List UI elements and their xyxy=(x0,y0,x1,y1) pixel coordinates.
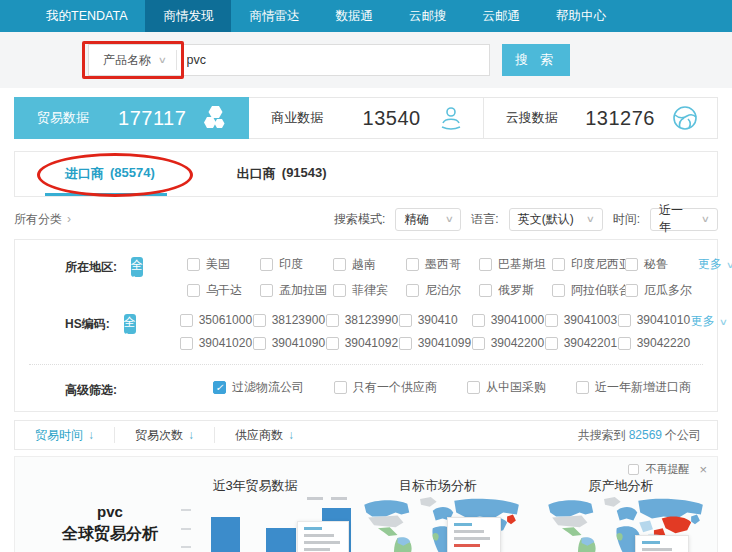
checkbox-option[interactable]: 39041092 xyxy=(326,336,399,350)
checkbox-icon xyxy=(333,284,346,297)
sort-label: 贸易时间 xyxy=(35,421,83,449)
checkbox-icon xyxy=(472,314,485,327)
analysis-product: pvc xyxy=(43,503,177,520)
sort-down-icon: ↓ xyxy=(288,421,294,449)
advanced-label: 高级筛选: xyxy=(65,379,117,399)
sort-label: 供应商数 xyxy=(235,421,283,449)
search-button[interactable]: 搜 索 xyxy=(502,44,570,76)
hs-more-link[interactable]: 更多 ∨ xyxy=(691,313,732,330)
checkbox-option-new-importers[interactable]: 近一年新增进口商 xyxy=(576,379,691,396)
tab-importers[interactable]: 进口商 (85574) xyxy=(65,165,155,183)
close-icon[interactable]: × xyxy=(699,462,707,477)
checkbox-option[interactable]: 越南 xyxy=(333,256,406,273)
region-more-link[interactable]: 更多 ∨ xyxy=(698,256,732,273)
sort-by-trade-count[interactable]: 贸易次数 ↓ xyxy=(115,421,214,449)
checkbox-option[interactable]: 39041020 xyxy=(180,336,253,350)
option-label: 38123990 xyxy=(345,313,398,327)
nav-item-business-radar[interactable]: 商情雷达 xyxy=(231,0,317,32)
checkbox-option[interactable]: 乌干达 xyxy=(187,282,260,299)
checkbox-option[interactable]: 印度尼西亚 xyxy=(552,256,625,273)
checkbox-checked-icon: ✓ xyxy=(213,381,226,394)
checkbox-option[interactable]: 38123900 xyxy=(253,313,326,327)
checkbox-icon xyxy=(399,314,412,327)
search-mode-select[interactable]: 精确 ∨ xyxy=(395,208,461,231)
map-region-west-africa xyxy=(617,533,623,540)
nav-item-business-discovery[interactable]: 商情发现 xyxy=(145,0,231,32)
chart-tooltip xyxy=(297,521,349,552)
checkbox-option[interactable]: 阿拉伯联合... xyxy=(552,282,625,299)
checkbox-option[interactable]: 39041000 xyxy=(472,313,545,327)
checkbox-option[interactable]: 厄瓜多尔 xyxy=(625,282,698,299)
hs-all-button[interactable]: 全部 xyxy=(124,314,136,334)
option-label: 39042201 xyxy=(564,336,617,350)
checkbox-option[interactable]: 39041090 xyxy=(253,336,326,350)
checkbox-option[interactable]: 35061000 xyxy=(180,313,253,327)
option-label: 厄瓜多尔 xyxy=(644,282,692,299)
nav-item-cloud-mail-search[interactable]: 云邮搜 xyxy=(391,0,465,32)
option-label: 39041090 xyxy=(272,336,325,350)
checkbox-icon xyxy=(545,337,558,350)
checkbox-option-filter-logistics[interactable]: ✓ 过滤物流公司 xyxy=(213,379,304,396)
checkbox-option[interactable]: 印度 xyxy=(260,256,333,273)
dismiss-checkbox[interactable] xyxy=(628,464,639,475)
tab-count: (91543) xyxy=(282,165,327,183)
chevron-down-icon: ∨ xyxy=(718,317,727,327)
tab-exporters[interactable]: 出口商 (91543) xyxy=(237,165,327,183)
time-select[interactable]: 近一年 ∨ xyxy=(650,208,718,231)
checkbox-option[interactable]: 尼泊尔 xyxy=(406,282,479,299)
option-label: 390410 xyxy=(418,313,458,327)
stat-business-data[interactable]: 商业数据 13540 xyxy=(249,97,483,139)
checkbox-icon xyxy=(253,314,266,327)
checkbox-option[interactable]: 39041099 xyxy=(399,336,472,350)
checkbox-option[interactable]: 38123990 xyxy=(326,313,399,327)
stat-trade-data[interactable]: 贸易数据 177117 xyxy=(14,97,249,139)
checkbox-icon xyxy=(399,337,412,350)
checkbox-option[interactable]: 39042201 xyxy=(545,336,618,350)
checkbox-icon xyxy=(625,258,638,271)
nav-item-cloud-mail-pass[interactable]: 云邮通 xyxy=(464,0,538,32)
checkbox-option[interactable]: 39041010 xyxy=(618,313,691,327)
checkbox-option-single-supplier[interactable]: 只有一个供应商 xyxy=(334,379,437,396)
origin-map xyxy=(539,495,717,552)
checkbox-option[interactable]: 菲律宾 xyxy=(333,282,406,299)
checkbox-option[interactable]: 秘鲁 xyxy=(625,256,698,273)
checkbox-option[interactable]: 墨西哥 xyxy=(406,256,479,273)
all-categories-link[interactable]: 所有分类 › xyxy=(14,211,71,228)
sort-by-trade-time[interactable]: 贸易时间 ↓ xyxy=(15,421,114,449)
honeycomb-icon xyxy=(202,104,230,132)
language-select[interactable]: 英文(默认) ∨ xyxy=(509,208,603,231)
search-category-dropdown[interactable]: 产品名称 ∨ xyxy=(89,52,176,69)
nav-item-help-center[interactable]: 帮助中心 xyxy=(538,0,624,32)
mini-bar xyxy=(211,517,240,552)
nav-item-data-pass[interactable]: 数据通 xyxy=(317,0,391,32)
checkbox-icon xyxy=(552,284,565,297)
checkbox-option[interactable]: 39042200 xyxy=(472,336,545,350)
checkbox-option[interactable]: 39042220 xyxy=(618,336,691,350)
checkbox-icon xyxy=(187,258,200,271)
checkbox-option-buy-from-china[interactable]: 从中国采购 xyxy=(467,379,546,396)
checkbox-option[interactable]: 孟加拉国 xyxy=(260,282,333,299)
sort-by-supplier-count[interactable]: 供应商数 ↓ xyxy=(215,421,314,449)
sort-label: 贸易次数 xyxy=(135,421,183,449)
target-market-section-title: 目标市场分析 xyxy=(358,477,518,495)
stat-cloud-search-data[interactable]: 云搜数据 131276 xyxy=(484,97,718,139)
option-label: 墨西哥 xyxy=(425,256,461,273)
option-label: 阿拉伯联合... xyxy=(571,282,625,299)
all-categories-label: 所有分类 xyxy=(14,211,62,228)
checkbox-option[interactable]: 390410 xyxy=(399,313,472,327)
tab-label: 出口商 xyxy=(237,165,276,183)
option-label: 从中国采购 xyxy=(486,379,546,396)
checkbox-option[interactable]: 巴基斯坦 xyxy=(479,256,552,273)
checkbox-icon xyxy=(618,337,631,350)
chevron-down-icon: ∨ xyxy=(444,214,453,224)
checkbox-option[interactable]: 俄罗斯 xyxy=(479,282,552,299)
chevron-down-icon: ∨ xyxy=(726,260,732,270)
checkbox-option[interactable]: 美国 xyxy=(187,256,260,273)
nav-item-my-tendata[interactable]: 我的TENDATA xyxy=(28,0,145,32)
stat-value: 131276 xyxy=(585,107,655,130)
more-label: 更多 xyxy=(698,256,722,273)
search-input[interactable] xyxy=(177,45,489,75)
checkbox-option[interactable]: 39041003 xyxy=(545,313,618,327)
region-all-button[interactable]: 全部 xyxy=(131,257,143,277)
map-region-europe xyxy=(617,507,638,520)
